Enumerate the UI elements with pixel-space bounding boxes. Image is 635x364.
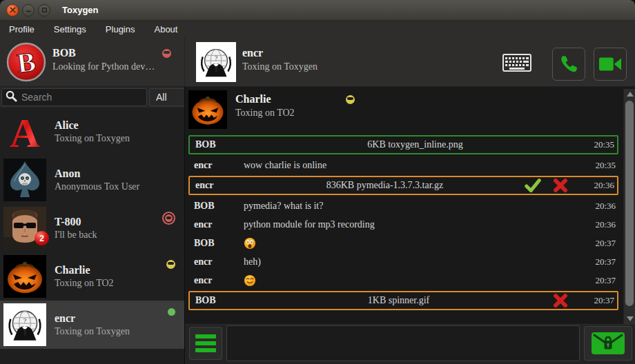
self-avatar[interactable]: B: [6, 42, 46, 82]
checkmark-icon: [525, 178, 541, 193]
busy-status-icon[interactable]: [162, 49, 171, 58]
file-name: 836KB pymedia-1.3.7.3.tar.gz: [245, 180, 525, 191]
decline-file-button[interactable]: [552, 177, 569, 194]
menubar: Profile Settings Plugins About: [0, 21, 635, 37]
svg-text:?: ?: [23, 316, 26, 325]
message-sender: BOB: [190, 295, 245, 306]
self-status-message[interactable]: Looking for Python dev…: [52, 61, 177, 72]
message-text: pymedia? what is it?: [244, 201, 587, 212]
window-title: Toxygen: [62, 5, 99, 15]
audio-call-button[interactable]: [552, 48, 585, 81]
message-time: 20:36: [587, 201, 618, 212]
close-window-button[interactable]: [6, 4, 19, 17]
active-peer-avatar: ?: [196, 42, 236, 82]
message-time: 20:36: [587, 219, 618, 230]
alice-avatar: A: [3, 110, 46, 153]
online-status-icon: [168, 308, 175, 316]
message-row: encr python module for mp3 recording 20:…: [188, 215, 618, 234]
message-row: encr heh) 20:37: [188, 252, 618, 271]
message-time: 20:36: [585, 180, 617, 191]
charlie-avatar: [188, 90, 227, 129]
menu-plugins[interactable]: Plugins: [106, 24, 135, 34]
contact-row-t800[interactable]: T-800 I'll be back 2: [0, 204, 184, 252]
titlebar: Toxygen: [0, 0, 635, 21]
message-time: 20:37: [587, 238, 618, 249]
contact-status-message: Toxing on Toxygen: [55, 133, 130, 144]
video-call-button[interactable]: [594, 48, 627, 81]
message-sender: encr: [188, 256, 244, 267]
hamburger-menu-icon: [195, 334, 216, 338]
contact-status-message: Toxing on Toxygen: [55, 326, 130, 337]
away-status-icon: [346, 95, 355, 104]
menu-profile[interactable]: Profile: [9, 24, 35, 34]
menu-about[interactable]: About: [154, 24, 177, 34]
message-sender: BOB: [188, 201, 244, 212]
message-composer: [185, 324, 635, 364]
scrollbar-thumb[interactable]: [625, 101, 634, 306]
message-sender: encr: [190, 180, 245, 191]
message-input[interactable]: [226, 325, 580, 361]
message-time: 20:35: [587, 160, 618, 171]
search-box[interactable]: [1, 88, 147, 106]
active-peer-name: encr: [242, 47, 318, 59]
cross-icon: [553, 293, 568, 308]
cross-icon: [553, 178, 568, 193]
message-row: encr 20:37: [188, 271, 618, 290]
contact-row-encr[interactable]: ? encr Toxing on Toxygen: [0, 301, 184, 349]
message-row: BOB 20:37: [188, 234, 618, 252]
peer-status-message: Toxing on TO2: [235, 108, 355, 119]
message-text: [244, 274, 587, 287]
contact-status-message: Anonymous Tox User: [55, 181, 139, 192]
svg-text:?: ?: [215, 54, 218, 62]
contact-list: A Alice Toxing on Toxygen: [0, 108, 184, 364]
message-scrollbar[interactable]: [623, 89, 635, 324]
contact-row-charlie[interactable]: Charlie Toxing on TO2: [0, 252, 184, 301]
active-peer-status-message: Toxing on Toxygen: [242, 61, 318, 72]
top-panel: B BOB Looking for Python dev…: [0, 37, 635, 87]
contact-name: encr: [55, 312, 130, 325]
message-sender: BOB: [188, 238, 244, 249]
scroll-down-arrow-icon[interactable]: [624, 314, 635, 324]
contact-row-anon[interactable]: Anon Anonymous Tox User: [0, 156, 184, 204]
search-input[interactable]: [21, 92, 146, 103]
contact-status-message: Toxing on TO2: [55, 278, 114, 289]
file-transfer-row: encr 836KB pymedia-1.3.7.3.tar.gz 20:36: [188, 176, 618, 195]
message-time: 20:37: [585, 295, 617, 306]
search-icon: [6, 90, 17, 105]
charlie-avatar: [3, 255, 46, 298]
contact-row-alice[interactable]: A Alice Toxing on Toxygen: [0, 108, 184, 156]
anon-avatar: [3, 159, 46, 201]
self-profile-panel: B BOB Looking for Python dev…: [0, 37, 184, 86]
self-name[interactable]: BOB: [52, 47, 76, 59]
contact-name: Anon: [55, 168, 139, 180]
message-sender: encr: [188, 275, 244, 286]
message-text: wow charlie is online: [244, 160, 587, 171]
menu-settings[interactable]: Settings: [54, 24, 86, 34]
scroll-up-arrow-icon[interactable]: [624, 89, 635, 99]
video-camera-icon: [598, 55, 622, 73]
keyboard-icon[interactable]: [502, 54, 531, 74]
cancel-file-button[interactable]: [552, 292, 569, 309]
minimize-window-button[interactable]: [22, 4, 35, 17]
encrypted-send-icon: [591, 332, 625, 355]
maximize-window-button[interactable]: [38, 4, 50, 17]
phone-icon: [558, 53, 580, 75]
accept-file-button[interactable]: [525, 177, 541, 194]
peer-name: Charlie: [235, 93, 346, 105]
attachments-menu-button[interactable]: [189, 327, 222, 360]
message-row: BOB pymedia? what is it? 20:36: [188, 196, 618, 215]
message-text: python module for mp3 recording: [244, 219, 587, 230]
message-time: 20:35: [585, 139, 617, 150]
filter-value: All: [156, 92, 167, 103]
send-message-button[interactable]: [584, 326, 632, 361]
message-history: Charlie Toxing on TO2 BOB 6KB toxygen_in…: [185, 87, 635, 324]
contact-name: Charlie: [55, 264, 114, 276]
shocked-emoji-icon: [244, 237, 256, 250]
encr-avatar: ?: [3, 303, 46, 346]
svg-text:A: A: [10, 110, 39, 153]
active-chat-header: ? encr Toxing on Toxygen: [184, 37, 635, 86]
busy-status-icon: [162, 212, 175, 225]
svg-text:B: B: [15, 46, 37, 79]
file-transfer-row: BOB 6KB toxygen_inline.png 20:35: [188, 135, 618, 154]
message-time: 20:37: [587, 275, 618, 286]
